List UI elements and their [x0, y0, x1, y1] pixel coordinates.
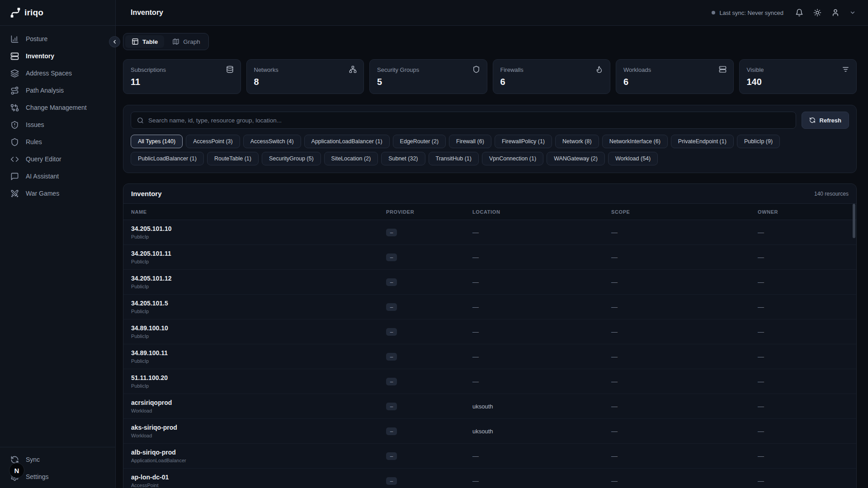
filter-chip-publicloadbalancer-1[interactable]: PublicLoadBalancer (1) — [131, 152, 204, 165]
resource-type: PublicIp — [131, 259, 386, 264]
stat-card-value: 140 — [747, 77, 849, 87]
table-row[interactable]: 34.205.101.11PublicIp–——— — [123, 245, 856, 270]
filter-chip-vpnconnection-1[interactable]: VpnConnection (1) — [482, 152, 543, 165]
filter-chip-routetable-1[interactable]: RouteTable (1) — [207, 152, 259, 165]
table-body: 34.205.101.10PublicIp–———34.205.101.11Pu… — [123, 220, 856, 488]
sidebar-item-address-spaces[interactable]: Address Spaces — [0, 65, 115, 82]
filter-chip-applicationloadbalancer-1[interactable]: ApplicationLoadBalancer (1) — [304, 135, 390, 148]
sync-status-dot — [712, 11, 715, 14]
filter-chip-publicip-9[interactable]: PublicIp (9) — [737, 135, 780, 148]
refresh-icon — [809, 117, 816, 123]
scope-cell: — — [611, 303, 758, 310]
column-header-owner: OWNER — [758, 209, 849, 215]
provider-cell: – — [386, 328, 472, 336]
location-cell: — — [472, 378, 611, 385]
resource-name: 34.89.100.10 — [131, 324, 386, 332]
provider-badge: – — [386, 278, 397, 286]
table-column-headers: NAMEPROVIDERLOCATIONSCOPEOWNER — [123, 203, 856, 220]
resource-name: ap-lon-dc-01 — [131, 474, 386, 481]
network-icon — [349, 66, 357, 73]
provider-badge: – — [386, 378, 397, 385]
resource-type: PublicIp — [131, 284, 386, 289]
stat-card-firewalls: Firewalls6 — [493, 59, 611, 94]
table-icon — [132, 38, 139, 45]
swords-icon — [10, 189, 19, 198]
account-menu-button[interactable] — [849, 9, 856, 16]
resource-count: 140 resources — [814, 191, 849, 197]
table-row[interactable]: aks-siriqo-prodWorkload–uksouth—— — [123, 419, 856, 444]
bar-chart-icon — [10, 35, 19, 43]
tab-graph[interactable]: Graph — [166, 35, 207, 48]
column-header-provider: PROVIDER — [386, 209, 472, 215]
filter-chip-accessswitch-4[interactable]: AccessSwitch (4) — [243, 135, 301, 148]
table-row[interactable]: 34.205.101.10PublicIp–——— — [123, 220, 856, 245]
filter-chip-accesspoint-3[interactable]: AccessPoint (3) — [186, 135, 240, 148]
stat-card-visible: Visible140 — [739, 59, 857, 94]
sidebar-item-rules[interactable]: Rules — [0, 133, 115, 150]
filter-chip-subnet-32[interactable]: Subnet (32) — [381, 152, 425, 165]
filter-chip-firewallpolicy-1[interactable]: FirewallPolicy (1) — [495, 135, 552, 148]
provider-cell: – — [386, 427, 472, 436]
table-scrollbar-thumb[interactable] — [853, 204, 855, 238]
table-row[interactable]: ap-lon-dc-01AccessPoint–——— — [123, 469, 856, 488]
filter-chip-sitelocation-2[interactable]: SiteLocation (2) — [324, 152, 378, 165]
owner-cell: — — [758, 427, 849, 435]
filter-chip-firewall-6[interactable]: Firewall (6) — [449, 135, 491, 148]
table-row[interactable]: 34.205.101.12PublicIp–——— — [123, 270, 856, 295]
resource-name-cell: alb-siriqo-prodApplicationLoadBalancer — [131, 449, 386, 463]
sidebar-item-posture[interactable]: Posture — [0, 30, 115, 47]
owner-cell: — — [758, 253, 849, 261]
sidebar-item-ai-assistant[interactable]: AI Assistant — [0, 168, 115, 185]
user-avatar[interactable]: N — [9, 463, 24, 478]
sidebar-item-path-analysis[interactable]: Path Analysis — [0, 82, 115, 99]
table-row[interactable]: 34.89.100.11PublicIp–——— — [123, 344, 856, 369]
provider-cell: – — [386, 253, 472, 262]
server-icon — [719, 66, 726, 73]
owner-cell: — — [758, 303, 849, 310]
resource-name: aks-siriqo-prod — [131, 424, 386, 431]
filter-chip-transithub-1[interactable]: TransitHub (1) — [429, 152, 479, 165]
table-row[interactable]: 34.205.101.5PublicIp–——— — [123, 295, 856, 319]
bell-icon — [795, 9, 803, 17]
filter-chip-workload-54[interactable]: Workload (54) — [608, 152, 658, 165]
table-row[interactable]: 51.11.100.20PublicIp–——— — [123, 369, 856, 394]
filter-chip-edgerouter-2[interactable]: EdgeRouter (2) — [393, 135, 446, 148]
table-title: Inventory — [131, 190, 162, 197]
provider-badge: – — [386, 328, 397, 336]
table-row[interactable]: acrsiriqoprodWorkload–uksouth—— — [123, 394, 856, 419]
sidebar-item-change-management[interactable]: Change Management — [0, 99, 115, 116]
filter-chip-networkinterface-6[interactable]: NetworkInterface (6) — [602, 135, 668, 148]
location-cell: uksouth — [472, 428, 611, 435]
filter-chip-all-types-140[interactable]: All Types (140) — [131, 135, 183, 148]
refresh-button[interactable]: Refresh — [802, 112, 849, 129]
provider-cell: – — [386, 452, 472, 460]
sidebar-item-inventory[interactable]: Inventory — [0, 47, 115, 65]
notifications-button[interactable] — [795, 9, 803, 17]
stat-card-value: 5 — [377, 77, 480, 87]
filter-chip-securitygroup-5[interactable]: SecurityGroup (5) — [262, 152, 321, 165]
tab-table[interactable]: Table — [125, 35, 164, 48]
resource-name: 34.205.101.11 — [131, 250, 386, 257]
search-row: Refresh — [131, 112, 849, 129]
filter-chip-privateendpoint-1[interactable]: PrivateEndpoint (1) — [671, 135, 734, 148]
resource-type: PublicIp — [131, 333, 386, 339]
search-input[interactable] — [148, 117, 790, 124]
account-button[interactable] — [831, 9, 840, 17]
scope-cell: — — [611, 378, 758, 385]
sidebar-item-war-games[interactable]: War Games — [0, 185, 115, 202]
filter-chip-network-8[interactable]: Network (8) — [555, 135, 599, 148]
table-row[interactable]: alb-siriqo-prodApplicationLoadBalancer–—… — [123, 444, 856, 469]
sidebar-item-label: War Games — [26, 190, 59, 197]
route-icon — [10, 86, 19, 95]
sidebar-collapse-button[interactable] — [109, 36, 120, 47]
sidebar-item-label: Settings — [26, 473, 49, 480]
theme-toggle-button[interactable] — [813, 9, 821, 17]
scope-cell: — — [611, 278, 758, 286]
sidebar-item-query-editor[interactable]: Query Editor — [0, 150, 115, 168]
resource-name: 34.89.100.11 — [131, 349, 386, 357]
resource-name: 34.205.101.10 — [131, 225, 386, 232]
table-row[interactable]: 34.89.100.10PublicIp–——— — [123, 319, 856, 344]
sidebar-item-issues[interactable]: Issues — [0, 116, 115, 133]
sidebar-item-label: Query Editor — [26, 155, 61, 163]
filter-chip-wangateway-2[interactable]: WANGateway (2) — [547, 152, 605, 165]
